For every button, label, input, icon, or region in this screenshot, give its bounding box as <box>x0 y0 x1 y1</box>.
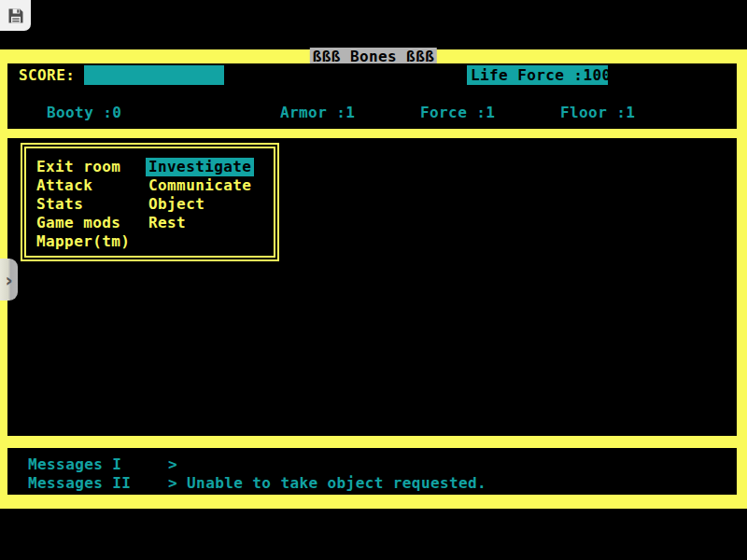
menu-item-attack[interactable]: Attack <box>36 176 138 195</box>
game-frame: ßßß Bones ßßß SCORE: 0 Life Force :100 B… <box>0 49 747 509</box>
score-value: 0 <box>205 86 215 104</box>
floppy-disk-icon <box>7 7 25 25</box>
menu-item-exit-room[interactable]: Exit room <box>36 158 138 176</box>
drawer-handle[interactable]: › <box>0 259 18 301</box>
menu-item-rest[interactable]: Rest <box>148 214 254 232</box>
messages-2-text: > Unable to take object requested. <box>168 474 486 493</box>
menu-item-object[interactable]: Object <box>148 195 254 214</box>
messages-1-label: Messages I <box>28 455 121 474</box>
messages-1-text: > <box>168 455 177 474</box>
menu-item-mapper[interactable]: Mapper(tm) <box>36 232 138 251</box>
menu-column-left: Exit room Attack Stats Game mods Mapper(… <box>26 158 138 256</box>
score-bar: 0 <box>84 65 224 85</box>
main-panel: Exit room Attack Stats Game mods Mapper(… <box>7 138 737 436</box>
messages-panel: Messages I > Messages II > Unable to tak… <box>7 448 737 495</box>
stat-force: Force :1 <box>420 104 495 122</box>
menu-item-investigate[interactable]: Investigate <box>148 158 254 176</box>
stat-armor: Armor :1 <box>280 104 355 122</box>
save-button[interactable] <box>0 0 31 31</box>
stat-booty: Booty :0 <box>47 104 121 122</box>
command-menu-inner: Exit room Attack Stats Game mods Mapper(… <box>24 147 275 258</box>
menu-item-game-mods[interactable]: Game mods <box>36 214 138 232</box>
status-panel: SCORE: 0 Life Force :100 Booty :0 Armor … <box>7 63 737 129</box>
menu-column-right: Investigate Communicate Object Rest <box>138 158 254 256</box>
score-label: SCORE: <box>19 66 75 85</box>
menu-item-communicate[interactable]: Communicate <box>148 176 254 195</box>
command-menu: Exit room Attack Stats Game mods Mapper(… <box>21 143 279 261</box>
menu-item-stats[interactable]: Stats <box>36 195 138 214</box>
life-force-badge: Life Force :100 <box>467 65 608 85</box>
messages-2-label: Messages II <box>28 474 131 493</box>
stat-floor: Floor :1 <box>560 104 635 122</box>
chevron-right-icon: › <box>5 271 12 289</box>
